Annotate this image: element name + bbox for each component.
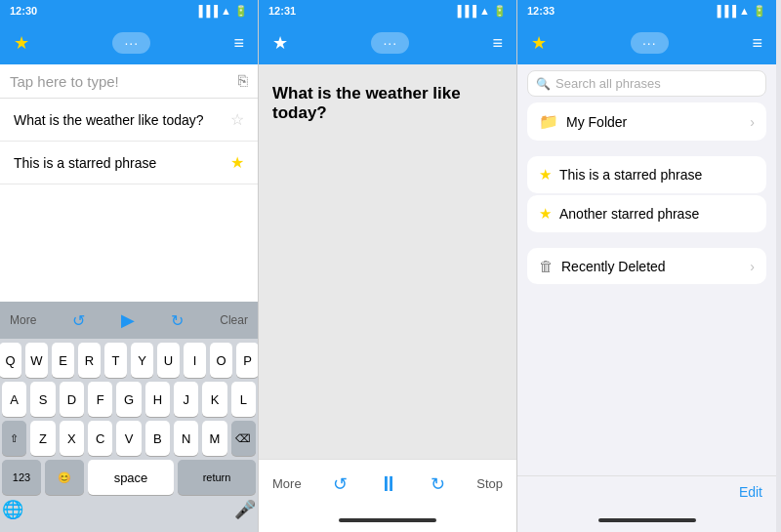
key-emoji[interactable]: 😊 <box>45 460 84 495</box>
phrase-item-2[interactable]: This is a starred phrase ★ <box>0 142 258 184</box>
key-b[interactable]: B <box>145 421 170 456</box>
search-placeholder: Search all phrases <box>555 76 661 91</box>
redo-button[interactable]: ↻ <box>171 311 184 330</box>
clear-button[interactable]: Clear <box>220 313 248 327</box>
star-icon-2: ★ <box>539 205 552 223</box>
key-row-3: ⇧ Z X C V B N M ⌫ <box>2 421 256 456</box>
key-u[interactable]: U <box>157 343 180 378</box>
home-indicator-2 <box>259 508 516 532</box>
key-i[interactable]: I <box>184 343 206 378</box>
key-x[interactable]: X <box>60 421 84 456</box>
nav-bar-3: ★ ··· ≡ <box>517 21 776 64</box>
star-filled-2[interactable]: ★ <box>230 153 244 172</box>
key-l[interactable]: L <box>231 382 256 417</box>
key-p[interactable]: P <box>236 343 259 378</box>
key-a[interactable]: A <box>2 382 26 417</box>
mic-icon[interactable]: 🎤 <box>234 499 256 520</box>
key-row-4: 123 😊 space return <box>2 460 256 495</box>
key-shift[interactable]: ⇧ <box>2 421 26 456</box>
key-m[interactable]: M <box>202 421 226 456</box>
bubble-nav-1[interactable]: ··· <box>112 32 150 54</box>
key-e[interactable]: E <box>52 343 74 378</box>
more-playback-button[interactable]: More <box>272 476 302 491</box>
wifi-icon-1: ▲ <box>221 5 231 17</box>
edit-button[interactable]: Edit <box>739 484 762 500</box>
undo-button[interactable]: ↺ <box>72 311 85 330</box>
starred-item-2[interactable]: ★ Another starred phrase <box>527 195 766 232</box>
search-bar-container: 🔍 Search all phrases <box>517 64 776 102</box>
key-delete[interactable]: ⌫ <box>231 421 256 456</box>
wifi-icon-2: ▲ <box>479 5 490 17</box>
keyboard-rows: Q W E R T Y U I O P A S D F G H J K L <box>0 339 258 532</box>
search-icon: 🔍 <box>536 77 551 91</box>
home-indicator-3 <box>517 508 776 532</box>
status-icons-2: ▐▐▐ ▲ 🔋 <box>454 5 507 18</box>
star-nav-icon-2[interactable]: ★ <box>272 32 288 54</box>
playback-toolbar: More ↺ ⏸ ↻ Stop <box>259 459 516 508</box>
key-j[interactable]: J <box>174 382 198 417</box>
play-button[interactable]: ▶ <box>121 309 135 331</box>
nav-bar-1: ★ ··· ≡ <box>0 21 258 64</box>
starred-section: ★ This is a starred phrase ★ Another sta… <box>527 156 766 232</box>
key-v[interactable]: V <box>116 421 141 456</box>
key-123[interactable]: 123 <box>2 460 41 495</box>
status-icons-1: ▐▐▐ ▲ 🔋 <box>195 5 248 18</box>
recently-deleted-row[interactable]: 🗑 Recently Deleted › <box>527 248 766 284</box>
phrase-item-1[interactable]: What is the weather like today? ☆ <box>0 99 258 142</box>
menu-nav-icon-1[interactable]: ≡ <box>233 33 244 54</box>
playback-undo-button[interactable]: ↺ <box>333 473 348 495</box>
playback-redo-button[interactable]: ↻ <box>431 473 445 495</box>
key-g[interactable]: G <box>116 382 141 417</box>
status-bar-3: 12:33 ▐▐▐ ▲ 🔋 <box>517 0 776 21</box>
globe-icon[interactable]: 🌐 <box>2 499 23 520</box>
star-nav-icon-3[interactable]: ★ <box>531 32 547 54</box>
menu-nav-icon-3[interactable]: ≡ <box>752 33 762 54</box>
search-bar[interactable]: 🔍 Search all phrases <box>527 70 766 97</box>
more-button[interactable]: More <box>10 313 36 327</box>
key-z[interactable]: Z <box>30 421 55 456</box>
key-f[interactable]: F <box>88 382 112 417</box>
playback-pause-button[interactable]: ⏸ <box>378 471 399 497</box>
key-w[interactable]: W <box>25 343 48 378</box>
key-s[interactable]: S <box>30 382 55 417</box>
screen3-footer: Edit <box>517 475 776 508</box>
key-y[interactable]: Y <box>131 343 153 378</box>
key-return[interactable]: return <box>178 460 256 495</box>
key-o[interactable]: O <box>210 343 232 378</box>
signal-icon-1: ▐▐▐ <box>195 5 218 17</box>
key-c[interactable]: C <box>88 421 112 456</box>
starred-item-1[interactable]: ★ This is a starred phrase <box>527 156 766 193</box>
screen2: 12:31 ▐▐▐ ▲ 🔋 ★ ··· ≡ What is the weathe… <box>259 0 517 532</box>
speaking-area: What is the weather like today? <box>259 64 516 459</box>
menu-nav-icon-2[interactable]: ≡ <box>492 33 503 54</box>
folder-chevron-icon: › <box>750 114 755 130</box>
copy-icon[interactable]: ⎘ <box>238 72 248 90</box>
my-folder-row[interactable]: 📁 My Folder › <box>527 102 766 141</box>
key-row-1: Q W E R T Y U I O P <box>2 343 256 378</box>
folders-list: 📁 My Folder › ★ This is a starred phrase… <box>517 102 776 475</box>
key-d[interactable]: D <box>60 382 84 417</box>
bubble-nav-3[interactable]: ··· <box>631 32 669 54</box>
key-space[interactable]: space <box>88 460 174 495</box>
key-k[interactable]: K <box>202 382 226 417</box>
star-nav-icon-1[interactable]: ★ <box>14 32 29 54</box>
input-area[interactable]: Tap here to type! ⎘ <box>0 64 258 99</box>
key-h[interactable]: H <box>145 382 170 417</box>
deleted-chevron-icon: › <box>750 259 755 274</box>
phrase-list: What is the weather like today? ☆ This i… <box>0 99 258 302</box>
key-t[interactable]: T <box>104 343 127 378</box>
phrase-text-1: What is the weather like today? <box>14 112 204 128</box>
recently-deleted-label: Recently Deleted <box>561 259 666 274</box>
nav-bar-2: ★ ··· ≡ <box>259 21 516 64</box>
bubble-nav-2[interactable]: ··· <box>371 32 409 54</box>
screen1: 12:30 ▐▐▐ ▲ 🔋 ★ ··· ≡ Tap here to type! … <box>0 0 259 532</box>
key-r[interactable]: R <box>78 343 101 378</box>
folder-left: 📁 My Folder <box>539 112 627 131</box>
key-n[interactable]: N <box>174 421 198 456</box>
starred-phrase-2: Another starred phrase <box>559 206 699 222</box>
playback-stop-button[interactable]: Stop <box>476 476 503 491</box>
star-outline-1[interactable]: ☆ <box>230 110 244 129</box>
bubble-icon-2: ··· <box>383 35 397 51</box>
battery-icon-2: 🔋 <box>493 5 507 18</box>
key-q[interactable]: Q <box>0 343 21 378</box>
